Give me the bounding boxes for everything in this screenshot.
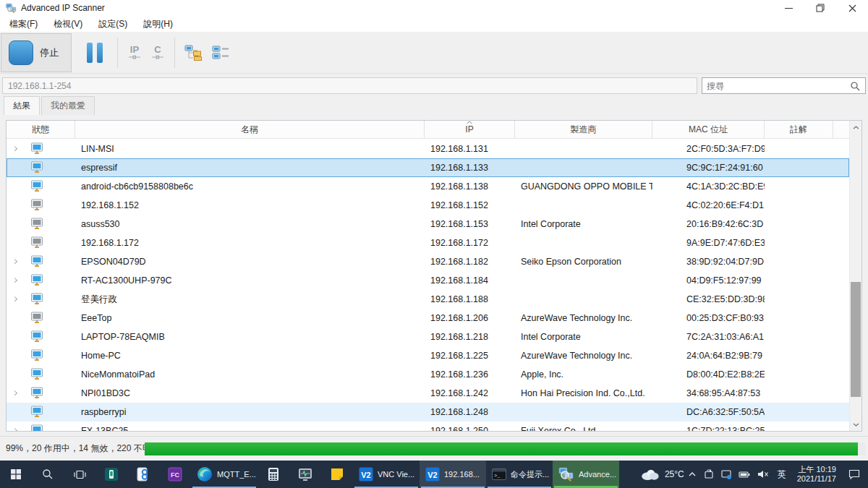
svg-text:V2: V2: [361, 471, 370, 479]
manufacturer-cell: AzureWave Technology Inc.: [515, 309, 652, 328]
expander-icon[interactable]: [12, 259, 17, 264]
table-row[interactable]: 登美行政192.168.1.188CE:32:E5:DD:3D:98: [7, 290, 849, 309]
status-cell: [7, 177, 75, 196]
expander-icon[interactable]: [12, 428, 17, 431]
weather-temperature[interactable]: 25°C: [663, 469, 684, 479]
scrollbar-thumb[interactable]: [851, 282, 861, 397]
menu-settings[interactable]: 設定(S): [90, 17, 135, 32]
hidden-icons-chevron[interactable]: [684, 470, 700, 479]
close-button[interactable]: [836, 0, 868, 16]
table-row[interactable]: asuss530192.168.1.153Intel Corporate20:1…: [7, 215, 849, 234]
name-cell: android-cb6cb9158808be6c: [75, 177, 425, 196]
vnc-viewer-button[interactable]: V2192.168...: [420, 461, 486, 488]
tab-results[interactable]: 結果: [4, 96, 40, 115]
calculator-button[interactable]: [258, 461, 289, 488]
mac-cell: 38:9D:92:04:D7:9D: [652, 252, 765, 271]
sticky-notes-button[interactable]: [321, 461, 353, 488]
edge-browser-button[interactable]: MQTT_E...: [191, 461, 258, 488]
status-cell: [7, 215, 75, 234]
column-label: MAC 位址: [689, 124, 728, 136]
table-row[interactable]: 192.168.1.152192.168.1.1524C:02:20:6E:F4…: [7, 196, 849, 215]
table-row[interactable]: 192.168.1.172192.168.1.1729A:9E:D7:47:6D…: [7, 234, 849, 252]
clock-time: 上午 10:19: [797, 465, 836, 474]
stop-button[interactable]: 停止: [1, 33, 72, 72]
search-box[interactable]: [702, 77, 866, 94]
expander-icon[interactable]: [12, 146, 17, 151]
vertical-scrollbar[interactable]: [849, 121, 861, 431]
manufacturer-cell: Hon Hai Precision Ind. Co.,Ltd.: [515, 384, 652, 403]
advanced-ip-scanner-button[interactable]: Advance...: [553, 461, 619, 488]
vnc-viewer-button[interactable]: V2VNC Vie...: [353, 461, 420, 488]
manufacturer-cell: [515, 158, 652, 177]
vnc-viewer-icon: V2: [359, 467, 373, 481]
volume-muted-icon[interactable]: [754, 470, 773, 479]
pause-icon: [87, 43, 93, 63]
table-row[interactable]: EeeTop192.168.1.206AzureWave Technology …: [7, 309, 849, 328]
column-label: IP: [465, 124, 473, 134]
system-monitor-button[interactable]: [289, 461, 321, 488]
expander-icon[interactable]: [12, 390, 17, 395]
mac-cell: 04:D9:F5:12:97:99: [652, 271, 765, 290]
expander-icon[interactable]: [12, 278, 17, 283]
stop-icon: [9, 40, 33, 65]
search-button[interactable]: [32, 461, 64, 488]
minimize-button[interactable]: [773, 0, 804, 16]
language-indicator[interactable]: 英: [773, 468, 791, 481]
task-view-button[interactable]: [64, 461, 95, 488]
column-header-manufacturer[interactable]: 製造商: [515, 121, 652, 138]
favorites-tree-button[interactable]: [180, 34, 208, 72]
table-row[interactable]: NPI01BD3C192.168.1.242Hon Hai Precision …: [7, 384, 849, 403]
c-class-scan-button[interactable]: C: [146, 34, 169, 72]
taskbar-button-label: Advance...: [579, 470, 616, 479]
device-app-button[interactable]: [95, 461, 127, 488]
svg-text:IP: IP: [130, 44, 140, 55]
command-prompt-button[interactable]: >_命令提示...: [486, 461, 553, 488]
menu-file[interactable]: 檔案(F): [1, 17, 46, 32]
status-cell: [7, 403, 75, 421]
battery-icon[interactable]: [735, 470, 754, 479]
pause-button[interactable]: [77, 33, 112, 72]
mac-cell: 9C:9C:1F:24:91:60: [652, 158, 765, 177]
document-app-button[interactable]: [127, 461, 159, 488]
table-row[interactable]: FX-13BC25192.168.1.250Fuji Xerox Co., Lt…: [7, 421, 849, 431]
search-input[interactable]: [702, 81, 850, 91]
table-row[interactable]: espressif192.168.1.1339C:9C:1F:24:91:60: [7, 158, 849, 177]
ip-class-scan-button[interactable]: IP: [123, 34, 146, 72]
restore-button[interactable]: [804, 0, 836, 16]
scroll-up-arrow-icon[interactable]: [850, 121, 861, 133]
expander-icon[interactable]: [12, 296, 17, 301]
name-cell: Home-PC: [75, 346, 425, 365]
ip-cell: 192.168.1.206: [425, 309, 515, 328]
mac-cell: DC:A6:32:5F:50:5A: [652, 403, 765, 421]
table-row[interactable]: raspberrypi192.168.1.248DC:A6:32:5F:50:5…: [7, 403, 849, 421]
table-row[interactable]: LAPTOP-78EAQMIB192.168.1.218Intel Corpor…: [7, 328, 849, 346]
sort-ascending-icon: [467, 121, 473, 124]
table-row[interactable]: Home-PC192.168.1.225AzureWave Technology…: [7, 346, 849, 365]
menu-help[interactable]: 說明(H): [135, 17, 181, 32]
column-header-status[interactable]: 狀態: [7, 121, 75, 138]
column-header-ip[interactable]: IP: [425, 121, 515, 138]
column-header-comment[interactable]: 註解: [765, 121, 833, 138]
list-view-button[interactable]: [208, 34, 235, 72]
comment-cell: [765, 346, 833, 365]
cast-display-icon[interactable]: [718, 469, 735, 479]
table-row[interactable]: LIN-MSI192.168.1.1312C:F0:5D:3A:F7:D9: [7, 140, 849, 158]
table-row[interactable]: android-cb6cb9158808be6c192.168.1.138GUA…: [7, 177, 849, 196]
weather-cloud-icon[interactable]: [636, 461, 663, 488]
scan-range-input[interactable]: [2, 77, 697, 94]
table-row[interactable]: RT-AC1300UHP-979C192.168.1.18404:D9:F5:1…: [7, 271, 849, 290]
notification-center-icon[interactable]: [842, 461, 868, 488]
table-row[interactable]: NiceMonmatoiPad192.168.1.236Apple, Inc.D…: [7, 365, 849, 384]
system-update-icon[interactable]: [700, 469, 718, 479]
tab-favorites[interactable]: 我的最愛: [41, 96, 95, 115]
mac-cell: D8:00:4D:E2:B8:2E: [652, 365, 765, 384]
device-list-panel: 狀態名稱IP製造商MAC 位址註解 LIN-MSI192.168.1.1312C…: [6, 120, 862, 432]
scroll-down-arrow-icon[interactable]: [850, 419, 861, 430]
fc-app-button[interactable]: FC: [159, 461, 191, 488]
column-header-name[interactable]: 名稱: [75, 121, 425, 138]
table-row[interactable]: EPSON04D79D192.168.1.182Seiko Epson Corp…: [7, 252, 849, 271]
menu-view[interactable]: 檢視(V): [46, 17, 90, 32]
column-header-mac[interactable]: MAC 位址: [652, 121, 765, 138]
windows-start-button[interactable]: [0, 461, 32, 488]
clock[interactable]: 上午 10:19 2021/11/17: [791, 465, 842, 484]
